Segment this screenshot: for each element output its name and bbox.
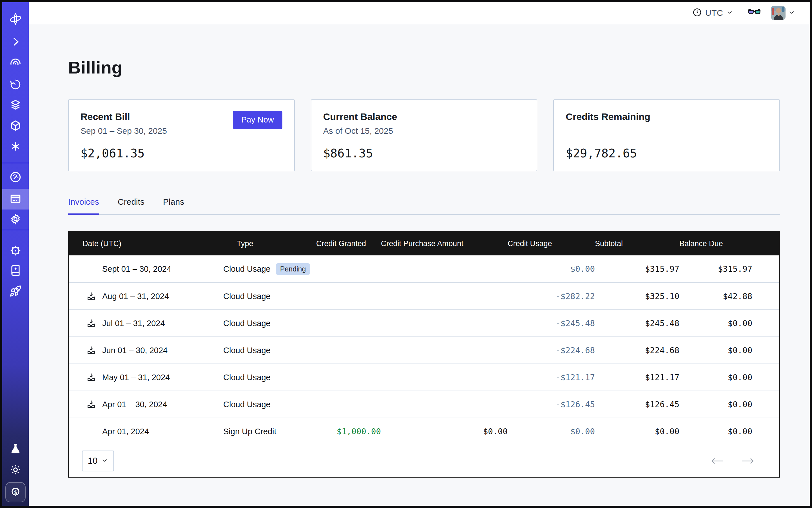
credit-usage-value: -$245.48 [508,319,595,328]
flask-icon [9,443,22,455]
invoice-date: Sept 01 – 30, 2024 [102,264,171,274]
sidebar-item-labs[interactable] [2,443,29,455]
glasses-icon[interactable] [748,8,761,18]
sidebar-item-billing[interactable] [2,193,29,205]
timezone-selector[interactable]: UTC [692,8,733,18]
credit-usage-value: -$126.45 [508,399,595,409]
balance-due-value: $0.00 [679,319,780,328]
subtotal-value: $126.45 [595,399,679,409]
invoice-date: Jul 01 – 31, 2024 [102,319,165,328]
tab-credits[interactable]: Credits [118,197,144,215]
invoice-date: Jun 01 – 30, 2024 [102,346,168,355]
recent-bill-amount: $2,061.35 [81,146,283,160]
credit-usage-value: $0.00 [508,427,595,436]
summary-cards: Recent Bill Sep 01 – Sep 30, 2025 $2,061… [68,99,780,171]
sidebar-item-logo[interactable] [2,12,29,25]
invoice-type: Cloud Usage [223,346,270,355]
balance-due-value: $0.00 [679,399,780,409]
docs-book-icon [9,264,22,277]
page-size-value: 10 [88,456,97,466]
gauge-icon [9,171,22,183]
page-title: Billing [68,57,780,77]
tab-plans[interactable]: Plans [163,197,184,215]
page-size-select[interactable]: 10 [82,451,114,471]
balance-due-value: $0.00 [679,373,780,382]
chevron-right-icon [9,36,22,48]
download-invoice-icon[interactable] [86,291,102,301]
invoice-row: Apr 01, 2024 Sign Up Credit $1,000.00 $0… [69,418,779,444]
download-invoice-icon[interactable] [86,399,102,409]
sidebar-item-vision[interactable] [2,57,29,70]
credit-purchase-value: $0.00 [381,427,508,436]
download-invoice-icon[interactable] [86,345,102,355]
cube-icon [9,119,22,132]
invoice-type: Cloud Usage [223,264,270,274]
subtotal-value: $315.97 [595,264,679,274]
credit-usage-value: $0.00 [508,264,595,274]
subtotal-value: $121.17 [595,373,679,382]
sidebar-item-settings[interactable] [2,213,29,225]
clock-icon [692,8,702,18]
invoice-date: Aug 01 – 31, 2024 [102,292,169,301]
previous-page-arrow-icon[interactable] [711,457,724,465]
invoice-type: Cloud Usage [223,373,270,382]
history-icon [9,78,22,91]
subtotal-value: $224.68 [595,345,679,355]
pay-now-button[interactable]: Pay Now [233,111,283,129]
gear-icon [9,213,22,225]
app-window: $ UTC [0,0,812,508]
sidebar-divider [2,163,29,163]
invoice-date: May 01 – 31, 2024 [102,373,170,382]
sidebar-item-cube[interactable] [2,119,29,132]
invoice-date: Apr 01, 2024 [102,427,149,436]
credits-remaining-amount: $29,782.65 [566,146,768,160]
invoice-date: Apr 01 – 30, 2024 [102,400,167,409]
card-title: Current Balance [323,111,525,122]
pagination-controls [711,457,754,465]
column-header-balance-due: Balance Due [679,239,780,248]
invoice-type: Cloud Usage [223,292,270,301]
tab-invoices[interactable]: Invoices [68,197,99,215]
balance-due-value: $0.00 [679,427,780,436]
download-invoice-icon[interactable] [86,373,102,382]
topbar: UTC [29,2,810,24]
credit-usage-value: -$224.68 [508,345,595,355]
invoice-row: Jun 01 – 30, 2024 Cloud Usage -$224.68 $… [69,337,779,364]
download-invoice-icon[interactable] [86,319,102,328]
column-header-subtotal: Subtotal [595,239,679,248]
sidebar-item-usage[interactable] [2,171,29,183]
sidebar-item-theme[interactable] [2,464,29,476]
credit-usage-value: -$121.17 [508,373,595,382]
sidebar-item-rocket[interactable] [2,285,29,297]
invoices-table: Date (UTC) Type Credit Granted Credit Pu… [68,231,780,477]
sidebar-item-asterisk[interactable] [2,140,29,153]
chevron-down-icon[interactable] [788,9,795,17]
balance-due-value: $0.00 [679,345,780,355]
chevron-down-icon [101,457,108,465]
invoice-type: Sign Up Credit [223,427,276,436]
timezone-label: UTC [705,8,723,18]
card-title: Credits Remaining [566,111,768,122]
sidebar: $ [2,2,29,506]
column-header-credit-granted: Credit Granted [316,239,381,248]
svg-text:$: $ [14,489,17,496]
subtotal-value: $325.10 [595,291,679,301]
sidebar-item-expand[interactable] [2,36,29,48]
current-balance-card: Current Balance As of Oct 15, 2025 $861.… [311,99,538,171]
sidebar-item-layers[interactable] [2,98,29,111]
invoice-row: May 01 – 31, 2024 Cloud Usage -$121.17 $… [69,364,779,390]
card-subtitle: As of Oct 15, 2025 [323,126,525,136]
table-footer: 10 [69,444,779,477]
sidebar-item-history[interactable] [2,78,29,91]
card-subtitle [566,126,768,136]
sidebar-item-helm[interactable] [2,245,29,257]
sidebar-item-credits[interactable]: $ [2,482,29,502]
next-page-arrow-icon[interactable] [741,457,754,465]
user-avatar[interactable] [771,6,785,20]
credit-usage-value: -$282.22 [508,291,595,301]
credits-badge-icon: $ [5,482,26,502]
column-header-date: Date (UTC) [69,239,223,248]
sidebar-item-docs[interactable] [2,264,29,277]
table-body: Sept 01 – 30, 2024 Cloud Usage Pending $… [69,255,779,444]
vision-icon [9,57,22,70]
